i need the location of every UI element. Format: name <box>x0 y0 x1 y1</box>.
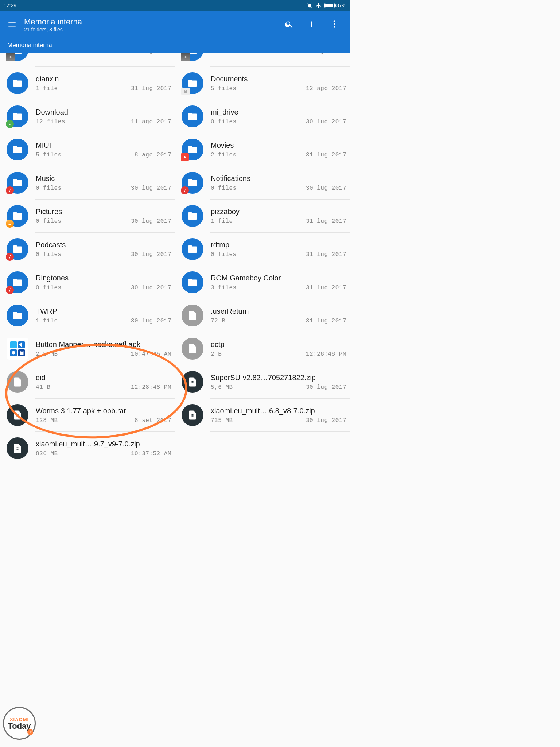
item-info: 3 files <box>211 285 237 291</box>
photo-badge-icon <box>6 220 14 228</box>
item-info: 1 file <box>36 318 58 324</box>
folder-icon <box>182 139 203 160</box>
folder-icon <box>7 105 28 127</box>
item-info: 0 files <box>36 218 62 225</box>
battery-icon: 87% <box>324 3 346 8</box>
item-date: 31 lug 2017 <box>306 285 346 291</box>
app-icon <box>7 338 28 360</box>
list-item[interactable]: did41 B12:28:48 PM <box>0 365 175 398</box>
breadcrumb[interactable]: Memoria interna <box>0 39 350 53</box>
item-name: mi_drive <box>211 108 346 116</box>
list-item[interactable]: Button Mapper-…hacks.net].apk2,2 MB10:47… <box>0 332 175 365</box>
item-name: dianxin <box>36 75 171 83</box>
archive-icon <box>7 404 28 426</box>
item-name: xiaomi.eu_mult….9.7_v9-7.0.zip <box>36 440 171 448</box>
item-date: 10:37:52 AM <box>131 450 171 457</box>
music-badge-icon <box>6 186 14 194</box>
item-info: 5,6 MB <box>211 384 233 391</box>
item-date: 30 lug 2017 <box>131 318 171 324</box>
list-item[interactable]: Movies2 files31 lug 2017 <box>175 133 350 166</box>
folder-icon <box>7 205 28 227</box>
list-item[interactable]: mi_drive0 files30 lug 2017 <box>175 100 350 133</box>
app-toolbar: Memoria interna 21 folders, 8 files <box>0 11 350 39</box>
svg-rect-11 <box>17 415 19 417</box>
list-item[interactable]: 2 files11 ago 2017 <box>175 53 350 66</box>
item-name: ROM Gameboy Color <box>211 274 346 282</box>
list-item[interactable]: TWRP1 file30 lug 2017 <box>0 299 175 332</box>
item-name: Worms 3 1.77 apk + obb.rar <box>36 407 171 415</box>
list-item[interactable]: dianxin1 file31 lug 2017 <box>0 67 175 100</box>
svg-point-4 <box>10 56 12 58</box>
column-right: 2 files11 ago 2017Documents5 files12 ago… <box>175 53 350 465</box>
item-date: 30 lug 2017 <box>306 417 346 424</box>
list-item[interactable]: ROM Gameboy Color3 files31 lug 2017 <box>175 266 350 299</box>
camera-badge-icon <box>6 53 15 61</box>
item-info: 735 MB <box>211 417 233 424</box>
item-info: 41 B <box>36 384 50 391</box>
svg-point-14 <box>185 56 187 58</box>
list-item[interactable]: Worms 3 1.77 apk + obb.rar128 MB8 set 20… <box>0 399 175 431</box>
mute-icon <box>307 3 313 8</box>
list-item[interactable]: .userReturn72 B31 lug 2017 <box>175 299 350 332</box>
list-item[interactable]: Pictures0 files30 lug 2017 <box>0 200 175 232</box>
item-name: pizzaboy <box>211 208 346 216</box>
item-info: 0 files <box>211 251 237 258</box>
list-item[interactable]: Documents5 files12 ago 2017 <box>175 67 350 100</box>
music-badge-icon <box>6 253 14 261</box>
archive-icon <box>182 371 203 393</box>
search-icon[interactable] <box>284 19 294 30</box>
folder-icon <box>7 271 28 293</box>
item-text: Music0 files30 lug 2017 <box>36 174 171 191</box>
folder-icon <box>182 72 203 94</box>
item-info: 12 files <box>36 119 65 125</box>
list-item[interactable]: xiaomi.eu_mult….9.7_v9-7.0.zip826 MB10:3… <box>0 432 175 465</box>
add-icon[interactable] <box>307 19 316 30</box>
item-date: 31 lug 2017 <box>306 152 346 158</box>
overflow-icon[interactable] <box>330 19 339 30</box>
item-date: 12:28:48 PM <box>131 384 171 391</box>
list-item[interactable]: rdtmp0 files31 lug 2017 <box>175 233 350 266</box>
list-item[interactable]: MIUI5 files8 ago 2017 <box>0 133 175 166</box>
svg-point-9 <box>12 351 15 354</box>
list-item[interactable]: xiaomi.eu_mult….6.8_v8-7.0.zip735 MB30 l… <box>175 399 350 431</box>
item-text: Podcasts0 files30 lug 2017 <box>36 241 171 258</box>
item-text: .userReturn72 B31 lug 2017 <box>211 307 346 324</box>
file-gray-icon <box>7 371 28 393</box>
camera-badge-icon <box>181 53 190 61</box>
list-item[interactable]: Podcasts0 files30 lug 2017 <box>0 233 175 266</box>
item-text: Movies2 files31 lug 2017 <box>211 141 346 158</box>
list-item[interactable]: Download12 files11 ago 2017 <box>0 100 175 133</box>
item-date: 30 lug 2017 <box>131 218 171 225</box>
list-item[interactable]: 3 files31 lug 2017 <box>0 53 175 66</box>
item-info: 0 files <box>36 251 62 258</box>
file-gray-icon <box>182 305 203 326</box>
folder-icon <box>7 53 28 61</box>
list-item[interactable]: dctp2 B12:28:48 PM <box>175 332 350 365</box>
list-item[interactable]: SuperSU-v2.82…705271822.zip5,6 MB30 lug … <box>175 365 350 398</box>
list-item[interactable]: Ringtones0 files30 lug 2017 <box>0 266 175 299</box>
folder-icon <box>182 271 203 293</box>
list-item[interactable]: Notifications0 files30 lug 2017 <box>175 166 350 199</box>
item-text: Download12 files11 ago 2017 <box>36 108 171 125</box>
item-info: 128 MB <box>36 417 58 424</box>
page-subtitle: 21 folders, 8 files <box>24 27 284 32</box>
item-date: 30 lug 2017 <box>131 185 171 191</box>
item-name: Movies <box>211 141 346 150</box>
item-name: MIUI <box>36 141 171 150</box>
menu-icon[interactable] <box>7 19 17 30</box>
item-info: 2 B <box>211 351 222 357</box>
item-date: 31 lug 2017 <box>306 218 346 225</box>
file-grid: 3 files31 lug 2017dianxin1 file31 lug 20… <box>0 53 350 465</box>
svg-rect-17 <box>192 414 194 415</box>
list-item[interactable]: Music0 files30 lug 2017 <box>0 166 175 199</box>
list-item[interactable]: pizzaboy1 file31 lug 2017 <box>175 200 350 232</box>
svg-point-3 <box>334 26 335 27</box>
svg-rect-10 <box>17 414 19 415</box>
item-text: SuperSU-v2.82…705271822.zip5,6 MB30 lug … <box>211 374 346 391</box>
item-info: 5 files <box>211 85 237 92</box>
folder-icon <box>7 305 28 326</box>
item-text: TWRP1 file30 lug 2017 <box>36 307 171 324</box>
folder-icon <box>7 139 28 160</box>
item-text: Pictures0 files30 lug 2017 <box>36 208 171 225</box>
item-name: xiaomi.eu_mult….6.8_v8-7.0.zip <box>211 407 346 415</box>
